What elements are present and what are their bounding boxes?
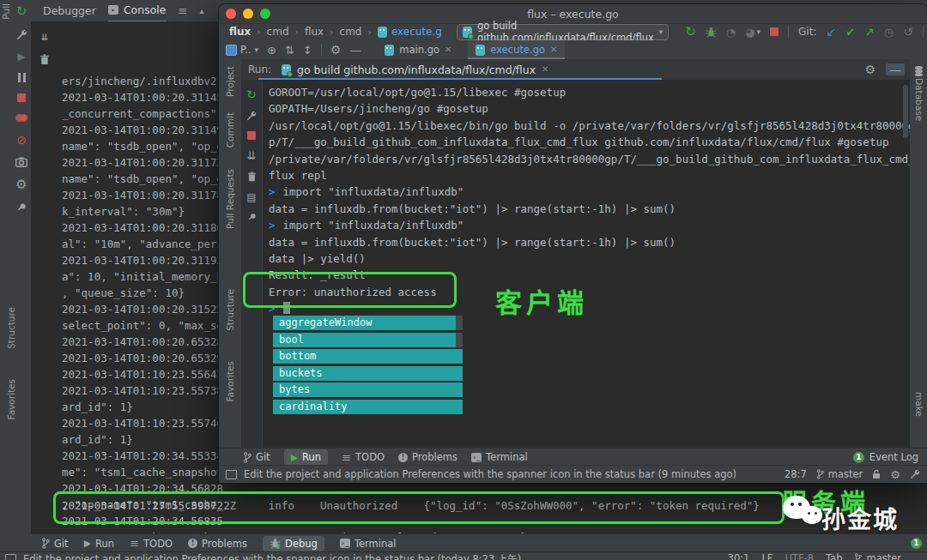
coverage-button[interactable]: ◔: [726, 27, 736, 38]
tool-label-structure[interactable]: Structure: [6, 307, 16, 349]
wrench-icon[interactable]: [16, 29, 27, 40]
event-log-badge[interactable]: 1: [911, 538, 922, 549]
tool-label-favorites[interactable]: Favorites: [225, 361, 235, 401]
caret-position[interactable]: 28:7: [785, 468, 807, 480]
layout-options-icon[interactable]: ≡: [179, 5, 188, 16]
autocomplete-item[interactable]: aggregateWindow: [273, 316, 463, 330]
git-branch[interactable]: master: [816, 468, 863, 480]
tab-console[interactable]: ▸ Console: [108, 0, 167, 22]
editor-tab-main[interactable]: main.go ✕: [377, 40, 459, 59]
toolwindow-terminal[interactable]: ›_Terminal: [471, 451, 528, 463]
git-push-button[interactable]: ↗: [864, 26, 875, 38]
run-panel-header: Run: go build github.com/influxdata/flux…: [241, 59, 910, 80]
rerun-icon[interactable]: ↻: [16, 5, 27, 18]
clear-console-trash-icon[interactable]: [39, 54, 50, 65]
breakpoints-icon[interactable]: [15, 113, 27, 123]
project-pane-button[interactable]: P..▾: [226, 44, 258, 56]
popup-scrollbar[interactable]: [456, 316, 463, 330]
encoding[interactable]: UTF-8: [785, 552, 814, 560]
stop-icon[interactable]: [17, 93, 26, 102]
tool-label-pull-requests[interactable]: Pull Requests: [225, 169, 235, 229]
tool-label-pull[interactable]: Pull: [1, 3, 11, 20]
stop-button[interactable]: [770, 27, 779, 36]
indent-style[interactable]: Tab: [826, 552, 842, 560]
profiler-button[interactable]: ◕▾: [745, 27, 760, 38]
scroll-to-end-icon[interactable]: ⇊: [41, 30, 48, 42]
clear-console-trash-icon[interactable]: [247, 172, 257, 182]
locate-file-icon[interactable]: ⊕: [267, 45, 276, 56]
expand-all-icon[interactable]: ⇅: [285, 45, 294, 56]
close-tab-icon[interactable]: ✕: [445, 45, 451, 54]
history-clock-icon[interactable]: ◷: [884, 27, 894, 38]
tool-label-database[interactable]: Database: [914, 78, 924, 121]
pin-icon[interactable]: [247, 213, 257, 222]
tool-label-favorites[interactable]: Favorites: [6, 379, 16, 419]
snapshot-camera-icon[interactable]: [15, 157, 27, 167]
event-log-button[interactable]: 1Event Log: [853, 451, 927, 463]
tool-label-make[interactable]: make: [914, 392, 924, 417]
toolwindow-problems[interactable]: !Problems: [398, 451, 457, 463]
ide-settings-icon[interactable]: ⚙: [890, 469, 900, 480]
tool-label-structure[interactable]: Structure: [225, 289, 235, 331]
resume-icon[interactable]: ▶: [17, 51, 25, 62]
console-text: import "influxdata/influxdb": [283, 219, 464, 232]
tool-label-commit[interactable]: Commit: [225, 112, 235, 148]
hide-panel-icon[interactable]: —: [349, 44, 361, 56]
window-icon[interactable]: [5, 554, 16, 560]
options-gear-icon[interactable]: ⚙: [330, 44, 342, 56]
spanner-icon[interactable]: [910, 469, 920, 479]
toolwindow-git[interactable]: Git: [243, 451, 270, 463]
scroll-to-end-icon[interactable]: ⇊: [247, 150, 257, 161]
soft-wrap-icon[interactable]: ▤: [246, 192, 256, 202]
close-tab-icon[interactable]: ✕: [542, 65, 548, 74]
restore-layout-icon[interactable]: ▴: [199, 7, 203, 15]
run-settings-gear-icon[interactable]: ⚙: [864, 63, 876, 75]
toolwindow-run[interactable]: ▶Run: [284, 449, 329, 465]
collapse-all-icon[interactable]: ↕: [303, 45, 312, 56]
toolwindow-debug[interactable]: Debug: [263, 536, 324, 551]
lock-icon[interactable]: [872, 469, 881, 479]
hide-run-panel-icon[interactable]: —: [886, 63, 905, 75]
autocomplete-item[interactable]: cardinality: [273, 400, 463, 414]
toolwindow-git[interactable]: Git: [41, 538, 69, 550]
stop-icon[interactable]: [247, 131, 256, 140]
toolwindow-terminal[interactable]: ›_Terminal: [340, 538, 397, 550]
tool-label-project[interactable]: Project: [225, 66, 235, 97]
pause-icon[interactable]: [18, 73, 26, 82]
caret-position[interactable]: 30:1: [728, 552, 750, 560]
pin-icon[interactable]: [16, 202, 27, 213]
toolwindow-problems[interactable]: !Problems: [188, 538, 247, 550]
breadcrumb-flux[interactable]: flux: [229, 26, 251, 38]
autocomplete-item[interactable]: bottom: [273, 349, 463, 364]
toolwindow-todo[interactable]: ≡TODO: [342, 451, 385, 463]
run-button[interactable]: ↻: [685, 26, 696, 39]
git-update-button[interactable]: ↙: [826, 26, 836, 38]
tab-debugger[interactable]: Debugger: [43, 4, 96, 17]
breadcrumb-flux2[interactable]: flux: [305, 26, 324, 38]
popup-scrollbar[interactable]: [456, 333, 463, 347]
autocomplete-item[interactable]: bytes: [273, 382, 463, 397]
breadcrumb-file[interactable]: execute.g: [378, 26, 442, 38]
git-branch[interactable]: master: [854, 552, 901, 560]
rerun-icon[interactable]: ↻: [246, 88, 257, 100]
close-tab-icon[interactable]: ✕: [550, 45, 557, 54]
toolwindow-run[interactable]: ▶Run: [84, 538, 115, 550]
breadcrumb-cmd[interactable]: cmd: [267, 26, 289, 38]
editor-tab-execute[interactable]: execute.go ✕: [468, 40, 565, 59]
console-text: /usr/local/opt/go@1.15/libexec/bin/go bu…: [269, 119, 910, 132]
run-configuration-select[interactable]: go build github.com/influxdata/flux/cmd/…: [457, 24, 669, 40]
wrench-icon[interactable]: [246, 111, 257, 121]
line-separator[interactable]: LF: [761, 552, 772, 560]
settings-gear-icon[interactable]: ⚙: [15, 178, 27, 191]
rollback-icon[interactable]: ↺: [903, 26, 913, 38]
debug-button[interactable]: [706, 27, 717, 38]
git-commit-button[interactable]: ✔: [845, 27, 855, 38]
mute-breakpoints-icon[interactable]: ⊘: [16, 134, 27, 146]
toolwindow-todo[interactable]: ≡TODO: [130, 538, 173, 550]
autocomplete-item[interactable]: buckets: [273, 366, 463, 381]
window-icon[interactable]: [226, 470, 237, 479]
autocomplete-item[interactable]: bool: [273, 333, 463, 347]
breadcrumb-cmd2[interactable]: cmd: [340, 26, 362, 38]
console-scrollbar-thumb[interactable]: [903, 85, 908, 138]
run-tab[interactable]: go build github.com/influxdata/flux/cmd/…: [278, 59, 552, 80]
